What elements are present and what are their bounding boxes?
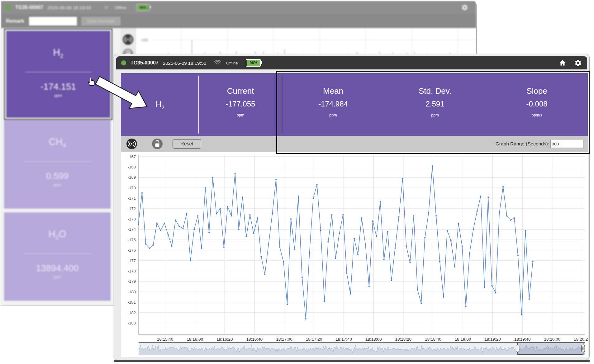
gas-formula: H2 — [155, 99, 164, 111]
settings-gear-icon[interactable] — [461, 3, 469, 12]
tile-divider — [25, 72, 92, 72]
svg-text:-167: -167 — [128, 154, 136, 159]
svg-text:18:20:20: 18:20:20 — [574, 337, 588, 342]
device-name: TG35-00007 — [131, 60, 159, 66]
stat-stddev: Std. Dev. 2.591 ppm — [384, 73, 486, 136]
battery-percent: 96% — [137, 5, 149, 10]
stat-slope: Slope -0.008 ppm/s — [486, 73, 588, 136]
mini-y-axis-label: -165 — [140, 38, 148, 42]
home-icon[interactable] — [558, 59, 567, 67]
svg-text:18:20:00: 18:20:00 — [544, 337, 561, 342]
svg-text:18:19:00: 18:19:00 — [455, 337, 471, 342]
reset-button[interactable]: Reset — [173, 139, 201, 149]
gas-unit: ppm — [54, 93, 62, 98]
svg-text:18:18:00: 18:18:00 — [365, 337, 382, 342]
chart-toolbar: Reset Graph Range (Seconds): — [121, 136, 588, 152]
tile-divider — [23, 253, 92, 254]
svg-text:18:19:20: 18:19:20 — [484, 337, 501, 342]
gas-formula: H2O — [48, 229, 66, 241]
svg-text:18:17:40: 18:17:40 — [335, 337, 352, 342]
tile-divider — [23, 161, 92, 162]
svg-text:-170: -170 — [128, 186, 136, 190]
svg-text:-174: -174 — [128, 227, 136, 232]
svg-text:18:16:20: 18:16:20 — [216, 337, 233, 342]
stat-value: -0.008 — [526, 100, 547, 108]
device-name: TG35-00007 — [15, 5, 43, 10]
background-titlebar: TG35-00007 2025-06-09 18:19:03 Offline 9… — [1, 1, 476, 14]
svg-text:18:15:40: 18:15:40 — [157, 337, 173, 342]
svg-text:18:18:20: 18:18:20 — [395, 337, 412, 342]
stats-banner: H2 Current -177.055 ppm Mean -174.984 pp… — [121, 73, 588, 136]
svg-text:-169: -169 — [128, 175, 136, 180]
stat-unit: ppm — [431, 113, 439, 117]
stat-label: Mean — [323, 86, 343, 96]
battery-nub — [150, 6, 151, 8]
broadcast-icon[interactable] — [126, 139, 137, 149]
svg-text:-177: -177 — [128, 258, 136, 263]
svg-text:-181: -181 — [128, 300, 136, 305]
stat-unit: ppm — [237, 113, 244, 117]
battery-indicator: 96% — [246, 59, 261, 67]
broadcast-icon[interactable] — [123, 34, 133, 45]
gas-unit: ppm — [53, 275, 61, 279]
svg-text:18:16:00: 18:16:00 — [187, 337, 203, 342]
stat-current: Current -177.055 ppm — [199, 73, 282, 136]
lock-icon[interactable] — [152, 139, 163, 149]
graph-range-label: Graph Range (Seconds): — [496, 141, 549, 147]
remark-label: Remark — [6, 18, 24, 24]
svg-text:-176: -176 — [128, 248, 136, 253]
svg-text:18:16:40: 18:16:40 — [246, 337, 263, 342]
detail-titlebar: TG35-00007 2025-06-09 18:19:50 Offline 9… — [116, 56, 587, 69]
gas-formula: CH4 — [49, 136, 66, 149]
window-bottom-edge — [114, 360, 590, 362]
battery-percent: 96% — [246, 60, 260, 66]
svg-text:-183: -183 — [128, 321, 136, 325]
svg-text:-179: -179 — [128, 279, 136, 284]
status-dot — [5, 5, 11, 10]
stat-label: Current — [227, 86, 254, 96]
svg-text:-172: -172 — [128, 206, 136, 211]
svg-text:18:18:40: 18:18:40 — [425, 337, 441, 342]
svg-text:-175: -175 — [128, 238, 136, 242]
stat-unit: ppm — [329, 113, 337, 117]
stat-label: Std. Dev. — [419, 86, 451, 96]
hand-cursor-icon — [86, 76, 96, 87]
wifi-icon — [214, 59, 222, 67]
wifi-icon — [102, 3, 110, 12]
svg-text:-180: -180 — [128, 290, 136, 294]
svg-text:18:17:00: 18:17:00 — [276, 337, 292, 342]
remark-bar: Remark Start Remark — [1, 14, 476, 28]
start-remark-button[interactable]: Start Remark — [81, 17, 121, 26]
svg-text:-178: -178 — [128, 269, 136, 273]
h2-line-chart[interactable]: -167-168-169-170-171-172-173-174-175-176… — [121, 152, 588, 342]
gas-formula: H2 — [53, 47, 63, 59]
stat-mean: Mean -174.984 ppm — [282, 73, 384, 136]
svg-text:18:17:20: 18:17:20 — [306, 337, 322, 342]
status-dot — [121, 60, 126, 65]
graph-range-input[interactable] — [550, 140, 583, 148]
connection-status: Offline — [115, 5, 126, 10]
settings-gear-icon[interactable] — [574, 59, 582, 67]
gas-tile-h2o[interactable]: H2O 13894.400 ppm — [4, 212, 111, 301]
chart-panel: -167-168-169-170-171-172-173-174-175-176… — [121, 152, 588, 357]
svg-text:18:19:40: 18:19:40 — [514, 337, 531, 342]
remark-input[interactable] — [29, 17, 77, 26]
gas-unit: ppm — [53, 182, 61, 187]
battery-indicator: 96% — [136, 4, 150, 11]
stat-value: -177.055 — [226, 100, 255, 108]
svg-text:-182: -182 — [128, 310, 136, 315]
svg-text:-173: -173 — [128, 217, 136, 221]
svg-text:-168: -168 — [128, 165, 136, 169]
detail-window: TG35-00007 2025-06-09 18:19:50 Offline 9… — [114, 54, 590, 360]
annotation-arrow — [91, 73, 154, 111]
gas-value: -174.151 — [40, 82, 76, 92]
gas-value: 13894.400 — [36, 263, 78, 273]
stat-value: 2.591 — [425, 100, 444, 108]
device-datetime: 2025-06-09 18:19:03 — [48, 5, 91, 10]
battery-nub — [261, 61, 262, 64]
stat-label: Slope — [526, 86, 547, 96]
desktop: TG35-00007 2025-06-09 18:19:03 Offline 9… — [0, 0, 594, 364]
overview-scrubber[interactable] — [139, 342, 585, 355]
gas-tile-ch4[interactable]: CH4 0.599 ppm — [4, 120, 111, 209]
gas-value: 0.599 — [46, 171, 69, 181]
